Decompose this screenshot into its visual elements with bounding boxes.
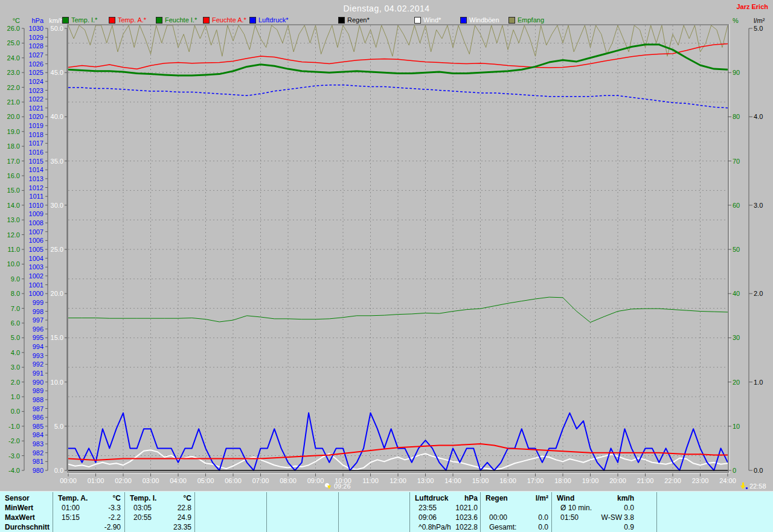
svg-text:1014: 1014	[29, 166, 43, 173]
svg-text:-1.0: -1.0	[8, 423, 20, 430]
time-tick-label: 00:00	[60, 477, 77, 484]
svg-text:983: 983	[33, 440, 43, 447]
svg-text:996: 996	[33, 325, 43, 333]
time-tick-label: 24:00	[719, 477, 736, 484]
svg-text:987: 987	[33, 405, 43, 412]
svg-text:980: 980	[33, 467, 43, 474]
svg-text:10.0: 10.0	[51, 379, 63, 386]
legend-label-luftdruck: Luftdruck*	[258, 16, 289, 24]
svg-text:30: 30	[733, 334, 740, 341]
svg-text:1022: 1022	[29, 95, 43, 103]
legend-swatch-windboeen-icon	[460, 17, 467, 24]
svg-text:1023: 1023	[29, 87, 43, 94]
time-tick-label: 12:00	[390, 477, 406, 484]
svg-text:25.0: 25.0	[51, 246, 63, 253]
svg-text:982: 982	[33, 449, 43, 457]
series-luftdruck	[68, 85, 728, 108]
table-value-wind: 0.0	[552, 504, 634, 512]
svg-text:35.0: 35.0	[51, 158, 63, 165]
time-tick-label: 11:00	[362, 477, 379, 484]
legend-swatch-temp-i-icon	[62, 17, 69, 24]
svg-text:20: 20	[733, 379, 740, 386]
legend-item-luftdruck[interactable]: Luftdruck*	[249, 16, 289, 24]
svg-text:1017: 1017	[29, 139, 43, 147]
time-tick-label: 19:00	[582, 477, 599, 484]
svg-text:984: 984	[33, 431, 43, 438]
svg-text:40.0: 40.0	[51, 113, 63, 120]
svg-text:8.0: 8.0	[11, 290, 20, 297]
svg-text:1018: 1018	[29, 131, 43, 138]
time-tick-label: 13:00	[417, 477, 434, 484]
legend-swatch-feuchte-a-icon	[203, 17, 210, 24]
svg-text:1011: 1011	[29, 193, 43, 200]
svg-text:11.0: 11.0	[7, 246, 20, 253]
svg-text:1030: 1030	[29, 25, 43, 32]
svg-text:1.0: 1.0	[754, 379, 763, 386]
svg-text:-4.0: -4.0	[8, 467, 20, 474]
table-row-label: Durchschnitt	[5, 523, 50, 531]
time-tick-label: 23:00	[692, 477, 709, 484]
legend-item-windboeen[interactable]: Windböen	[460, 16, 499, 24]
svg-text:1007: 1007	[29, 228, 43, 236]
svg-text:12.0: 12.0	[7, 231, 20, 239]
svg-text:990: 990	[33, 379, 43, 386]
legend-item-empfang[interactable]: Empfang	[508, 16, 544, 24]
legend-label-regen: Regen*	[347, 16, 370, 24]
table-col-unit-temp-a: °C	[53, 494, 121, 502]
table-divider	[656, 492, 657, 532]
svg-text:998: 998	[33, 308, 43, 315]
table-value-luftdruck: 1022.8	[410, 523, 478, 531]
legend-swatch-empfang-icon	[508, 17, 515, 24]
table-row-label: Sensor	[5, 494, 30, 502]
table-value-wind: 0.9	[552, 523, 634, 531]
svg-text:1000: 1000	[29, 290, 43, 297]
svg-text:21.0: 21.0	[7, 98, 20, 106]
svg-text:1006: 1006	[29, 237, 43, 244]
svg-text:1001: 1001	[29, 281, 43, 289]
svg-text:-3.0: -3.0	[8, 452, 20, 460]
svg-text:1021: 1021	[29, 104, 43, 112]
legend-swatch-temp-a-icon	[109, 17, 115, 24]
svg-text:19.0: 19.0	[7, 128, 20, 135]
svg-text:1013: 1013	[29, 175, 43, 182]
legend-item-temp-a[interactable]: Temp. A.*	[109, 16, 146, 24]
legend-item-feuchte-a[interactable]: Feuchte A.*	[203, 16, 246, 24]
legend-swatch-feuchte-i-icon	[156, 17, 162, 24]
app-window: Dienstag, 04.02.2014 Jarz Erich °C26.025…	[0, 0, 773, 532]
svg-text:20.0: 20.0	[51, 290, 63, 297]
svg-text:1028: 1028	[29, 42, 43, 50]
svg-text:15.0: 15.0	[51, 334, 63, 341]
axis-hpa: hPa1030102910281027102610251024102310221…	[29, 17, 48, 474]
time-tick-label: 05:00	[197, 477, 214, 484]
legend-item-feuchte-i[interactable]: Feuchte I.*	[156, 16, 197, 24]
svg-text:989: 989	[33, 387, 43, 394]
table-value-temp-a: -2.2	[53, 513, 121, 522]
svg-text:16.0: 16.0	[7, 172, 20, 179]
series-layer	[68, 25, 728, 470]
legend-item-regen[interactable]: Regen*	[338, 16, 370, 24]
table-value-wind: W-SW 3.8	[552, 513, 634, 522]
svg-text:994: 994	[33, 343, 43, 350]
svg-text:986: 986	[33, 414, 43, 421]
legend-swatch-regen-icon	[338, 17, 345, 24]
svg-text:985: 985	[33, 423, 43, 430]
svg-text:2.0: 2.0	[11, 379, 20, 386]
svg-text:992: 992	[33, 361, 43, 368]
svg-text:26.0: 26.0	[7, 25, 20, 32]
svg-text:1002: 1002	[29, 272, 43, 280]
svg-text:1016: 1016	[29, 149, 43, 156]
svg-text:45.0: 45.0	[51, 69, 63, 76]
svg-text:10.0: 10.0	[7, 260, 20, 268]
table-divider	[266, 492, 267, 532]
legend-item-temp-i[interactable]: Temp. I.*	[62, 16, 97, 24]
legend-label-feuchte-i: Feuchte I.*	[165, 16, 197, 24]
svg-text:70: 70	[733, 158, 740, 165]
svg-text:997: 997	[33, 316, 43, 324]
svg-text:995: 995	[33, 334, 43, 341]
svg-text:1029: 1029	[29, 34, 43, 41]
time-tick-label: 16:00	[499, 477, 516, 484]
time-tick-label: 18:00	[554, 477, 571, 484]
legend-item-wind[interactable]: Wind*	[414, 16, 441, 24]
svg-text:1004: 1004	[29, 255, 43, 262]
table-value-temp-a: -3.3	[53, 504, 121, 512]
